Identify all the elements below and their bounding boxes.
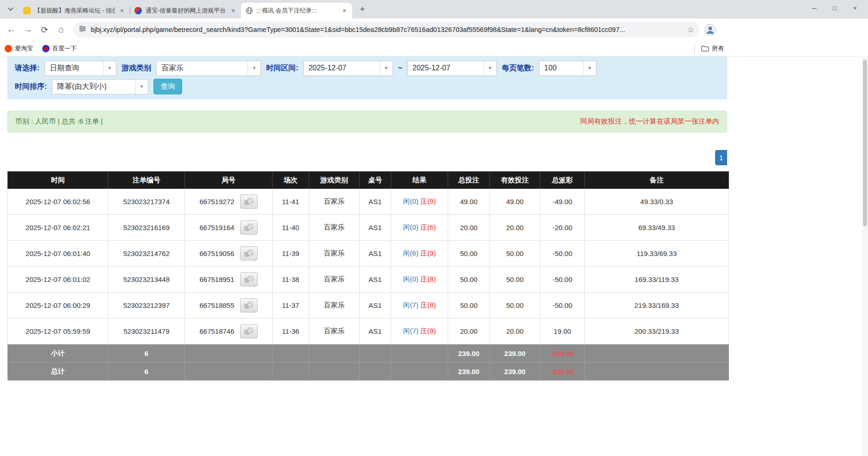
cell-table-no: AS1: [360, 241, 391, 267]
date-from-select[interactable]: 2025-12-07 ▼: [304, 61, 393, 76]
cell-game-type: 百家乐: [309, 189, 360, 215]
subtotal-row: 小计 6 239.00 239.00 -200.00: [8, 344, 729, 362]
empty-cell: [360, 362, 391, 381]
query-type-select[interactable]: 日期查询 ▼: [44, 61, 116, 76]
cell-bet-id: 523023214762: [108, 241, 185, 267]
column-header: 注单编号: [108, 172, 185, 189]
tab-title: :::视讯 会员下注纪录:::: [257, 6, 337, 15]
cell-result: 闲(0) 庄(9): [391, 189, 448, 215]
search-button[interactable]: 查询: [153, 79, 182, 94]
chevron-down-icon: ▼: [380, 61, 393, 75]
cell-remark: 119.33/69.33: [585, 241, 729, 267]
page-1-button[interactable]: 1: [715, 150, 727, 165]
cell-total-bet[interactable]: 50.00: [448, 267, 490, 293]
cell-valid-bet: 50.00: [490, 267, 540, 293]
cell-total-bet[interactable]: 49.00: [448, 189, 490, 215]
total-row: 总计 6 239.00 239.00 -200.00: [8, 362, 729, 381]
cell-valid-bet: 20.00: [490, 215, 540, 241]
cell-bet-id: 523023212397: [108, 293, 185, 319]
cell-game-type: 百家乐: [309, 215, 360, 241]
total-total-bet: 239.00: [448, 362, 490, 381]
subtotal-total-bet: 239.00: [448, 344, 490, 362]
round-number: 667519056: [199, 250, 234, 257]
home-icon[interactable]: ⌂: [53, 22, 69, 37]
reload-icon[interactable]: ⟳: [37, 22, 52, 37]
maximize-button[interactable]: □: [824, 0, 845, 16]
column-header: 结果: [391, 172, 448, 189]
cell-bet-id: 523023217374: [108, 189, 185, 215]
close-icon[interactable]: ×: [229, 6, 237, 15]
round-replay-icon[interactable]: [240, 298, 258, 312]
close-window-button[interactable]: ×: [845, 0, 865, 16]
bookmark-star-icon[interactable]: ☆: [687, 25, 694, 35]
minimize-button[interactable]: ─: [804, 0, 824, 16]
round-replay-icon[interactable]: [240, 324, 258, 338]
chevron-down-icon: ▼: [583, 61, 596, 75]
date-to-select[interactable]: 2025-12-07 ▼: [407, 61, 497, 76]
round-replay-icon[interactable]: [240, 246, 258, 261]
close-icon[interactable]: ×: [118, 6, 126, 15]
round-replay-icon[interactable]: [240, 220, 258, 235]
address-bar[interactable]: bjbj.xyz/ipl/portal.php/game/betrecord_s…: [73, 22, 700, 37]
cell-round: 667519164: [185, 215, 272, 241]
cell-table-no: AS1: [360, 267, 391, 293]
profile-avatar[interactable]: [704, 24, 716, 36]
empty-cell: [360, 344, 391, 362]
chevron-down-icon[interactable]: [5, 3, 17, 15]
cell-time: 2025-12-07 06:01:40: [8, 241, 108, 267]
scrollbar-thumb[interactable]: [863, 60, 867, 226]
bookmarks-divider: [694, 44, 695, 53]
cell-payout: 19.00: [540, 319, 585, 344]
round-replay-icon[interactable]: [240, 194, 258, 209]
browser-tab-1[interactable]: 【新提醒】海燕策略论坛 - 综合... ×: [19, 3, 130, 19]
cell-total-bet[interactable]: 20.00: [448, 215, 490, 241]
bookmark-baidu[interactable]: 百度一下: [42, 44, 76, 53]
cell-valid-bet: 50.00: [490, 293, 540, 319]
date-to-value: 2025-12-07: [408, 61, 483, 75]
date-from-value: 2025-12-07: [304, 61, 380, 75]
table-row: 2025-12-07 06:02:21 523023216169 6675191…: [8, 215, 729, 241]
browser-tab-2[interactable]: 通宝-信誉最好的网上游戏平台 ×: [130, 3, 241, 19]
round-replay-icon[interactable]: [240, 272, 258, 287]
browser-toolbar: ← → ⟳ ⌂ bjbj.xyz/ipl/portal.php/game/bet…: [0, 19, 868, 41]
new-tab-button[interactable]: +: [356, 3, 369, 16]
cell-session: 11-40: [272, 215, 309, 241]
sort-order-select[interactable]: 降幂(由大到小) ▼: [52, 79, 148, 94]
cell-total-bet[interactable]: 50.00: [448, 293, 490, 319]
cell-result: 闲(7) 庄(9): [391, 319, 448, 344]
empty-cell: [585, 344, 729, 362]
cell-valid-bet: 49.00: [490, 189, 540, 215]
close-icon[interactable]: ×: [340, 6, 348, 15]
forward-icon[interactable]: →: [20, 22, 36, 37]
filter-row-1: 请选择: 日期查询 ▼ 游戏类别 百家乐 ▼ 时间区间: 2025-12-07 …: [15, 60, 720, 76]
subtotal-count: 6: [108, 344, 185, 362]
page-scrollbar[interactable]: [862, 57, 868, 456]
cell-game-type: 百家乐: [309, 319, 360, 344]
baidu-favicon: [42, 45, 50, 52]
url-text[interactable]: bjbj.xyz/ipl/portal.php/game/betrecord_s…: [91, 26, 683, 33]
bet-table-body: 2025-12-07 06:02:56 523023217374 6675192…: [8, 189, 729, 344]
column-header: 桌号: [360, 172, 391, 189]
cell-game-type: 百家乐: [309, 241, 360, 267]
subtotal-label: 小计: [8, 344, 108, 362]
bookmark-taobao[interactable]: 爱淘宝: [5, 44, 33, 53]
cell-payout: -50.00: [540, 293, 585, 319]
cell-table-no: AS1: [360, 189, 391, 215]
browser-tab-3-active[interactable]: :::视讯 会员下注纪录::: ×: [241, 3, 352, 19]
cell-result: 闲(0) 庄(6): [391, 215, 448, 241]
back-icon[interactable]: ←: [3, 22, 19, 37]
cell-total-bet[interactable]: 50.00: [448, 241, 490, 267]
site-settings-icon[interactable]: [79, 25, 86, 34]
cell-total-bet[interactable]: 20.00: [448, 319, 490, 344]
game-type-select[interactable]: 百家乐 ▼: [156, 61, 261, 76]
all-bookmarks-button[interactable]: 所有: [701, 44, 724, 53]
page-size-select[interactable]: 100 ▼: [539, 61, 596, 76]
cell-payout: -49.00: [540, 189, 585, 215]
select-type-label: 请选择:: [15, 63, 39, 73]
result-banker: 庄(8): [420, 301, 436, 309]
cell-result: 闲(0) 庄(8): [391, 267, 448, 293]
cell-result: 闲(7) 庄(8): [391, 293, 448, 319]
empty-cell: [309, 362, 360, 381]
cell-remark: 219.33/169.33: [585, 293, 729, 319]
subtotal-valid-bet: 239.00: [490, 344, 540, 362]
